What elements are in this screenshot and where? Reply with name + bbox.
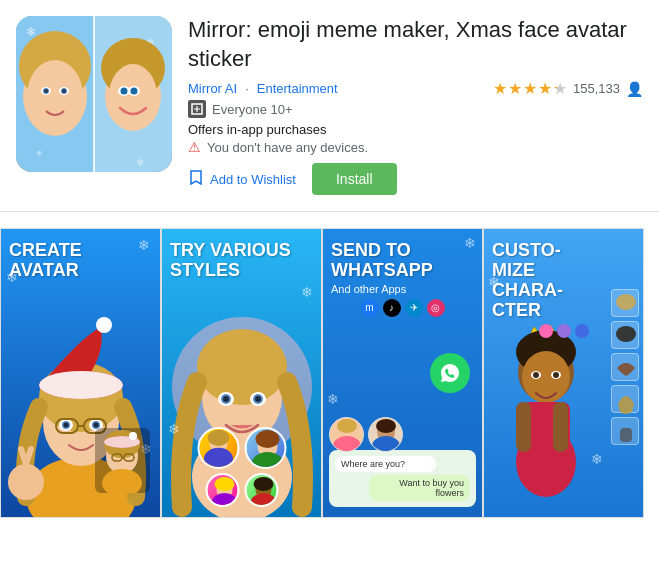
iap-row: Offers in-app purchases (188, 122, 397, 137)
snowflake-deco-5: ❄ (168, 421, 180, 437)
hair-options (611, 289, 639, 445)
svg-point-35 (94, 423, 99, 428)
svg-point-80 (376, 419, 396, 433)
svg-point-29 (96, 317, 112, 333)
svg-point-68 (251, 452, 283, 469)
action-row: Add to Wishlist Install (188, 163, 397, 195)
svg-point-8 (27, 60, 83, 132)
snowflake-deco-8: ❄ (488, 274, 500, 290)
meta-row: Mirror AI · Entertainment (188, 81, 397, 96)
person-icon: 👤 (626, 81, 643, 97)
age-rating-row: Everyone 10+ (188, 100, 397, 118)
svg-point-56 (197, 329, 287, 405)
color-dot-purple (557, 324, 571, 338)
svg-point-88 (533, 372, 539, 378)
snowflake-deco-7: ❄ (327, 391, 339, 407)
hair-option-3 (611, 353, 639, 381)
svg-point-32 (64, 423, 69, 428)
svg-point-11 (44, 89, 48, 93)
whatsapp-icon (430, 353, 470, 393)
age-badge (188, 100, 206, 118)
svg-point-71 (211, 493, 237, 507)
screenshot-1-content: CREATEAVATAR ❄ ❄ ❄ (1, 229, 160, 517)
meta-rating-container: Mirror AI · Entertainment Everyone 10+ (188, 77, 643, 195)
app-icon: ❄ ❄ ❄ ❄ (16, 16, 172, 172)
right-rating: ★ ★ ★ ★ ★ ★ 155,133 👤 (493, 77, 643, 98)
color-dot-blue (575, 324, 589, 338)
svg-text:❄: ❄ (26, 25, 36, 39)
bookmark-icon (188, 169, 204, 189)
svg-point-70 (214, 477, 234, 491)
hair-option-4 (611, 385, 639, 413)
svg-text:❄: ❄ (136, 157, 144, 168)
app-page: ❄ ❄ ❄ ❄ (0, 0, 659, 522)
svg-rect-94 (553, 402, 568, 452)
screenshot-1: CREATEAVATAR ❄ ❄ ❄ (0, 228, 161, 518)
svg-point-50 (129, 432, 137, 440)
publisher-link[interactable]: Mirror AI (188, 81, 237, 96)
svg-point-81 (372, 436, 400, 452)
star-3: ★ (523, 79, 537, 98)
star-2: ★ (508, 79, 522, 98)
svg-point-14 (62, 89, 66, 93)
snowflake-deco-6: ❄ (464, 235, 476, 251)
snowflake-deco-4: ❄ (301, 284, 313, 300)
app-title: Mirror: emoji meme maker, Xmas face avat… (188, 16, 643, 73)
category-link[interactable]: Entertainment (257, 81, 338, 96)
svg-point-28 (39, 371, 123, 399)
social-icons-row: m ♪ ✈ ◎ (361, 299, 445, 317)
svg-point-77 (337, 419, 357, 433)
warning-text: You don't have any devices. (207, 140, 368, 155)
svg-rect-93 (516, 402, 531, 452)
screenshot-1-title: CREATEAVATAR (9, 241, 152, 281)
svg-rect-97 (620, 428, 632, 442)
svg-point-59 (223, 396, 229, 402)
app-details: Mirror: emoji meme maker, Xmas face avat… (188, 16, 643, 195)
add-to-wishlist-button[interactable]: Add to Wishlist (188, 169, 296, 189)
screenshot-3-content: SEND TO WHATSAPP And other Apps m ♪ ✈ ◎ … (323, 229, 482, 517)
tiktok-icon: ♪ (383, 299, 401, 317)
star-rating: ★ ★ ★ ★ ★ ★ (493, 79, 567, 98)
screenshot-3: SEND TO WHATSAPP And other Apps m ♪ ✈ ◎ … (322, 228, 483, 518)
screenshot-2: TRY VARIOUS STYLES ❄ ❄ (161, 228, 322, 518)
color-dots (539, 324, 589, 338)
svg-point-62 (255, 396, 261, 402)
screenshot-4: CUSTO-MIZECHARA-CTER (483, 228, 644, 518)
meta-separator: · (245, 81, 249, 96)
iap-text: Offers in-app purchases (188, 122, 327, 137)
telegram-icon: ✈ (405, 299, 423, 317)
messenger-icon: m (361, 299, 379, 317)
hair-option-2 (611, 321, 639, 349)
svg-point-90 (553, 372, 559, 378)
wishlist-label: Add to Wishlist (210, 172, 296, 187)
age-label: Everyone 10+ (212, 102, 293, 117)
svg-point-65 (204, 448, 233, 467)
screenshot-3-title: SEND TO WHATSAPP (331, 241, 474, 281)
snowflake-deco-1: ❄ (138, 237, 150, 253)
snowflake-deco-2: ❄ (6, 269, 18, 285)
svg-point-19 (121, 88, 128, 95)
svg-point-64 (207, 430, 229, 446)
screenshot-2-content: TRY VARIOUS STYLES ❄ ❄ (162, 229, 321, 517)
svg-point-21 (131, 88, 138, 95)
hair-option-5 (611, 417, 639, 445)
screenshots-section: CREATEAVATAR ❄ ❄ ❄ (0, 212, 659, 522)
install-button[interactable]: Install (312, 163, 397, 195)
rating-count: 155,133 (573, 81, 620, 96)
color-dot-pink (539, 324, 553, 338)
svg-text:❄: ❄ (36, 149, 43, 158)
screenshot-2-title: TRY VARIOUS STYLES (170, 241, 313, 281)
warning-row: ⚠ You don't have any devices. (188, 139, 397, 155)
svg-point-17 (109, 64, 157, 128)
svg-point-73 (253, 477, 273, 491)
svg-point-96 (616, 326, 636, 342)
warning-icon: ⚠ (188, 139, 201, 155)
hair-option-1 (611, 289, 639, 317)
star-1: ★ (493, 79, 507, 98)
svg-point-86 (522, 351, 570, 403)
svg-point-95 (616, 294, 636, 310)
chat-msg-2: Want to buy you flowers (369, 475, 470, 501)
chat-msg-1: Where are you? (335, 456, 436, 472)
screenshot-3-subtitle: And other Apps (331, 283, 474, 295)
instagram-icon: ◎ (427, 299, 445, 317)
